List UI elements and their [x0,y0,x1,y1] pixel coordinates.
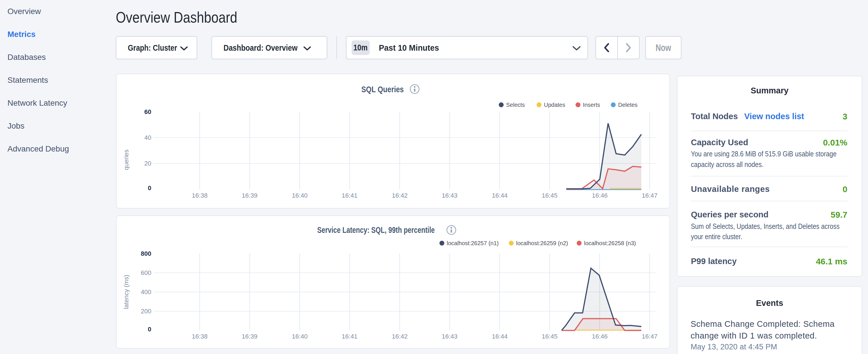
svg-text:queries: queries [123,150,130,170]
svg-text:16:38: 16:38 [192,192,208,199]
svg-text:16:47: 16:47 [642,333,657,340]
svg-text:Updates: Updates [544,102,565,108]
svg-text:localhost:26259 (n2): localhost:26259 (n2) [516,240,568,246]
svg-text:localhost:26258 (n3): localhost:26258 (n3) [584,240,636,246]
svg-text:16:41: 16:41 [342,192,358,199]
svg-text:16:47: 16:47 [642,192,657,199]
svg-text:16:39: 16:39 [242,333,257,340]
svg-text:16:39: 16:39 [242,192,257,199]
svg-text:16:43: 16:43 [442,192,457,199]
svg-text:16:42: 16:42 [392,333,407,340]
svg-text:Service Latency: SQL, 99th per: Service Latency: SQL, 99th percentile [317,225,435,234]
svg-text:400: 400 [141,288,151,296]
svg-text:16:38: 16:38 [192,333,208,340]
svg-text:localhost:26257 (n1): localhost:26257 (n1) [447,240,499,246]
svg-text:16:43: 16:43 [442,333,457,340]
svg-text:0: 0 [148,185,151,192]
svg-text:200: 200 [141,308,151,315]
svg-text:Inserts: Inserts [583,102,600,108]
svg-text:16:40: 16:40 [292,333,308,340]
svg-text:SQL Queries: SQL Queries [361,85,404,94]
svg-text:0: 0 [148,326,151,333]
svg-text:16:44: 16:44 [492,333,507,340]
svg-text:16:41: 16:41 [342,333,358,340]
svg-text:60: 60 [145,108,151,116]
svg-text:16:40: 16:40 [292,192,308,199]
svg-text:800: 800 [141,250,151,257]
svg-text:16:42: 16:42 [392,192,407,199]
svg-text:Selects: Selects [506,102,525,108]
svg-text:20: 20 [145,160,151,167]
svg-text:16:44: 16:44 [492,192,507,199]
svg-text:Deletes: Deletes [618,102,638,108]
svg-text:16:45: 16:45 [541,333,557,340]
svg-text:40: 40 [145,134,151,141]
svg-text:16:46: 16:46 [592,192,608,199]
svg-text:600: 600 [141,269,151,277]
svg-text:latency (ms): latency (ms) [123,275,130,309]
svg-text:16:46: 16:46 [592,333,608,340]
svg-text:16:45: 16:45 [541,192,557,199]
